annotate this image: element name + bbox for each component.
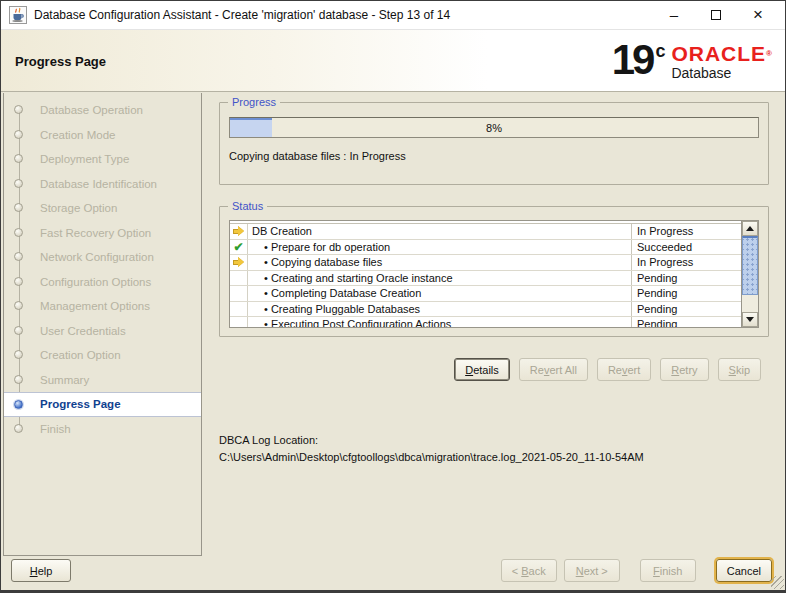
scroll-up-icon — [746, 226, 754, 231]
sidebar-step-finish: Finish — [4, 417, 201, 442]
revert-button[interactable]: Revert — [597, 358, 651, 381]
scrollbar-track[interactable] — [742, 236, 758, 312]
status-row[interactable]: ✔ DB Creation In Progress — [230, 224, 741, 240]
sidebar-step-user-credentials: User Credentials — [4, 319, 201, 344]
sidebar-step-fast-recovery-option: Fast Recovery Option — [4, 221, 201, 246]
status-value: In Progress — [631, 224, 741, 239]
status-row[interactable]: ✔ • Creating Pluggable Databases Pending — [230, 302, 741, 318]
window-resize-grip[interactable] — [771, 576, 784, 589]
step-bullet-icon — [14, 179, 23, 188]
back-button[interactable]: < Back — [501, 559, 557, 582]
maximize-button[interactable] — [695, 2, 737, 29]
oracle-19c-logo: 19 c ORACLE® Database — [612, 38, 773, 82]
step-bullet-icon — [14, 252, 23, 261]
minimize-button[interactable]: – — [653, 2, 695, 29]
close-button[interactable]: × — [737, 2, 779, 29]
sidebar-step-network-configuration: Network Configuration — [4, 245, 201, 270]
logo-version: 19 — [612, 38, 653, 82]
details-button[interactable]: Details — [454, 358, 510, 381]
logo-product: Database — [671, 65, 773, 81]
success-check-icon: ✔ — [233, 242, 243, 252]
sidebar-step-deployment-type: Deployment Type — [4, 147, 201, 172]
skip-button[interactable]: Skip — [718, 358, 761, 381]
revert-all-button[interactable]: Revert All — [519, 358, 588, 381]
status-group-title: Status — [228, 200, 267, 212]
scrollbar-thumb[interactable] — [742, 236, 758, 295]
step-bullet-icon — [14, 424, 23, 433]
log-location-label: DBCA Log Location: — [219, 432, 644, 449]
wizard-steps-sidebar: Database Operation Creation Mode Deploym… — [3, 93, 202, 556]
status-row[interactable]: ✔ • Executing Post Configuration Actions… — [230, 317, 741, 327]
step-bullet-icon — [14, 228, 23, 237]
status-value: Pending — [631, 302, 741, 317]
retry-button[interactable]: Retry — [660, 358, 708, 381]
title-bar: Database Configuration Assistant - Creat… — [1, 1, 785, 30]
step-bullet-icon — [14, 301, 23, 310]
status-value: Pending — [631, 286, 741, 301]
wizard-footer: Help < Back Next > Finish Cancel — [1, 552, 785, 590]
status-table: ✔ DB Creation In Progress ✔ • Prepare fo… — [229, 220, 759, 328]
status-value: Pending — [631, 271, 741, 286]
status-icon-cell: ✔ — [230, 240, 248, 255]
sidebar-step-management-options: Management Options — [4, 294, 201, 319]
step-bullet-icon — [14, 375, 23, 384]
step-bullet-icon — [14, 203, 23, 212]
status-table-scrollbar[interactable] — [741, 221, 758, 327]
status-icon-cell: ✔ — [230, 317, 248, 327]
step-bullet-icon — [14, 154, 23, 163]
sidebar-step-creation-mode: Creation Mode — [4, 123, 201, 148]
step-bullet-icon — [14, 350, 23, 359]
sidebar-step-configuration-options: Configuration Options — [4, 270, 201, 295]
status-value: In Progress — [631, 255, 741, 270]
page-title: Progress Page — [15, 54, 106, 69]
progress-groupbox: Progress 8% Copying database files : In … — [219, 102, 769, 185]
status-icon-cell: ✔ — [230, 255, 248, 270]
status-groupbox: Status ✔ DB Creation In Progress ✔ • Pre… — [219, 206, 769, 337]
sidebar-step-progress-page: Progress Page — [4, 392, 201, 417]
status-icon-cell: ✔ — [230, 286, 248, 301]
status-row[interactable]: ✔ • Copying database files In Progress — [230, 255, 741, 271]
status-value: Pending — [631, 317, 741, 327]
dbca-window: Database Configuration Assistant - Creat… — [0, 0, 786, 593]
progress-bar: 8% — [229, 117, 759, 138]
cancel-button[interactable]: Cancel — [716, 559, 772, 582]
progress-status-line: Copying database files : In Progress — [229, 150, 406, 162]
sidebar-step-database-operation: Database Operation — [4, 98, 201, 123]
step-bullet-icon — [14, 130, 23, 139]
dbca-log-location: DBCA Log Location: C:\Users\Admin\Deskto… — [219, 432, 644, 466]
sidebar-step-database-identification: Database Identification — [4, 172, 201, 197]
oracle-wordmark: ORACLE® — [671, 44, 773, 64]
status-value: Succeeded — [631, 240, 741, 255]
next-button[interactable]: Next > — [564, 559, 620, 582]
progress-percent: 8% — [230, 118, 758, 137]
status-row[interactable]: ✔ • Completing Database Creation Pending — [230, 286, 741, 302]
scrollbar-down-button[interactable] — [742, 312, 758, 327]
finish-button[interactable]: Finish — [640, 559, 696, 582]
status-action-buttons: Details Revert All Revert Retry Skip — [445, 358, 761, 381]
scroll-down-icon — [746, 317, 754, 322]
in-progress-arrow-icon — [233, 226, 244, 236]
status-icon-cell: ✔ — [230, 271, 248, 286]
in-progress-arrow-icon — [233, 257, 244, 267]
status-row[interactable]: ✔ • Creating and starting Oracle instanc… — [230, 271, 741, 287]
window-title: Database Configuration Assistant - Creat… — [34, 8, 653, 22]
log-location-path: C:\Users\Admin\Desktop\cfgtoollogs\dbca\… — [219, 449, 644, 466]
status-row[interactable]: ✔ • Prepare for db operation Succeeded — [230, 240, 741, 256]
sidebar-step-storage-option: Storage Option — [4, 196, 201, 221]
page-header: Progress Page 19 c ORACLE® Database — [1, 30, 785, 92]
maximize-icon — [711, 10, 721, 20]
help-button[interactable]: Help — [11, 559, 71, 582]
java-app-icon — [9, 6, 27, 24]
logo-edition: c — [655, 41, 665, 62]
wizard-body: Database Operation Creation Mode Deploym… — [1, 93, 785, 556]
step-bullet-icon — [14, 400, 23, 409]
sidebar-step-summary: Summary — [4, 368, 201, 393]
step-bullet-icon — [14, 105, 23, 114]
step-bullet-icon — [14, 326, 23, 335]
sidebar-step-creation-option: Creation Option — [4, 343, 201, 368]
scrollbar-up-button[interactable] — [742, 221, 758, 236]
status-icon-cell: ✔ — [230, 224, 248, 239]
status-icon-cell: ✔ — [230, 302, 248, 317]
progress-group-title: Progress — [228, 96, 280, 108]
window-controls: – × — [653, 2, 779, 29]
